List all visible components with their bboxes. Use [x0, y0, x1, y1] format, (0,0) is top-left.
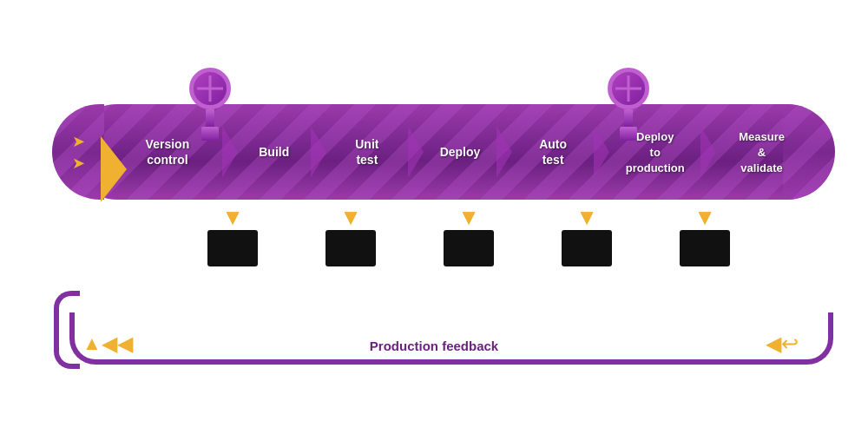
stage-col-unit-test: ▼ — [326, 206, 376, 266]
curved-arrow-right: ↩ — [781, 332, 799, 356]
stage-col-auto-test: ▼ — [562, 206, 612, 266]
svg-marker-0 — [101, 136, 127, 202]
down-arrow-deploy: ▼ — [457, 206, 480, 228]
down-arrow-build: ▼ — [221, 206, 244, 228]
valve-wheel-right — [608, 68, 649, 109]
black-square-unit-test — [326, 230, 376, 266]
stage-auto-test: Auto test — [539, 137, 567, 167]
stage-measure-validate: Measure & validate — [739, 130, 785, 174]
chevron-5 — [594, 126, 609, 178]
down-arrow-auto-test: ▼ — [575, 206, 598, 228]
stage-build: Build — [259, 145, 289, 159]
chevron-1 — [222, 126, 238, 178]
down-arrows-container: ▼ ▼ ▼ ▼ ▼ — [174, 206, 764, 266]
stage-col-build: ▼ — [207, 206, 258, 266]
stage-col-deploy: ▼ — [444, 206, 494, 266]
chevron-3 — [408, 126, 424, 178]
fb-arrow-2: ◀ — [117, 332, 133, 356]
stages-row: Version control Build Unit test Deploy A… — [69, 104, 833, 200]
black-square-auto-test — [562, 230, 612, 266]
stage-col-deploy-prod: ▼ — [680, 206, 730, 266]
chevron-4 — [496, 126, 512, 178]
down-arrow-unit-test: ▼ — [339, 206, 362, 228]
chevron-2 — [311, 126, 326, 178]
stage-deploy: Deploy — [440, 145, 481, 159]
black-square-deploy-prod — [680, 230, 730, 266]
black-square-deploy — [444, 230, 494, 266]
fb-arrow-3: ◀ — [766, 332, 781, 356]
pipeline-diagram: ➤ ➤ Version control Build Unit — [17, 35, 851, 399]
stage-deploy-production: Deploy to production — [626, 130, 685, 174]
chevron-6 — [700, 126, 716, 178]
valve-wheel-left — [189, 68, 231, 109]
stage-version-control: Version control — [146, 137, 190, 167]
stage-unit-test: Unit test — [355, 137, 378, 167]
up-arrow-left: ▲ — [82, 332, 102, 355]
fb-arrow-1: ◀ — [102, 332, 117, 356]
feedback-arrows-row: ▲ ◀ ◀ ◀ ↩ — [82, 332, 799, 356]
big-right-arrow — [101, 136, 144, 206]
black-square-build — [207, 230, 258, 266]
down-arrow-deploy-prod: ▼ — [694, 206, 716, 228]
